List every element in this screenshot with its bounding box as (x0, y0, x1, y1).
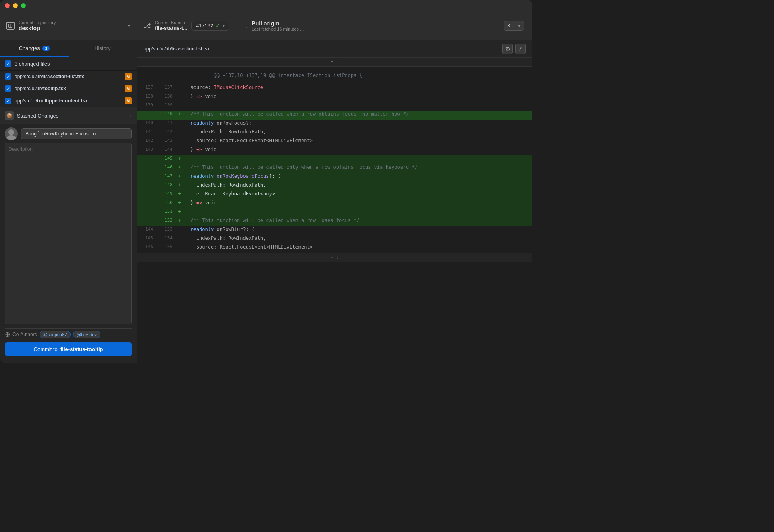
file-name-1: app/src/ui/lib/list/section-list.tsx (15, 74, 121, 79)
diff-line-140-141: 140 141 readonly onRowFocus?: ( (137, 120, 532, 129)
repo-name: desktop (19, 25, 124, 31)
diff-line-new-148: 148 + indexPath: RowIndexPath, (137, 182, 532, 191)
repo-selector[interactable]: Current Repository desktop ▾ (0, 11, 137, 40)
diff-line-new-140: 140 + /** This function will be called w… (137, 111, 532, 120)
pull-badge[interactable]: 3 ↓ ▾ (504, 21, 524, 31)
repo-icon (6, 22, 15, 30)
diff-header-actions: ⚙ ⤢ (502, 44, 526, 54)
coauthors-row: ⊕ Co-Authors @sergiou87 @tidy-dev (5, 328, 132, 340)
commit-button-prefix: Commit to (34, 346, 58, 352)
coauthors-label: Co-Authors (12, 332, 37, 337)
commit-button-branch: file-status-tooltip (60, 346, 103, 352)
diff-line-141-142: 141 142 indexPath: RowIndexPath, (137, 129, 532, 137)
pull-title: Pull origin (252, 20, 304, 27)
diff-separator-bottom: ⋯ ↓ (137, 253, 532, 262)
changed-count: 3 changed files (15, 61, 50, 67)
svg-point-2 (8, 129, 14, 135)
commit-description-area[interactable]: Description (5, 143, 132, 324)
pull-count: 3 (507, 23, 510, 29)
coauthor-chip-1[interactable]: @sergiou87 (40, 331, 71, 338)
file-name-3: app/src/.../tooltipped-content.tsx (15, 98, 121, 104)
tab-history-label: History (94, 45, 110, 51)
diff-hunk-header: @@ -137,10 +137,19 @@ interface ISection… (137, 66, 532, 84)
diff-line-139: 139 139 (137, 102, 532, 111)
description-placeholder: Description (8, 146, 33, 152)
diff-line-new-152: 152 + /** This function will be called w… (137, 217, 532, 226)
diff-line-new-146: 146 + /** This function will be called o… (137, 164, 532, 173)
diff-header: app/src/ui/lib/list/section-list.tsx ⚙ ⤢ (137, 40, 532, 57)
main-layout: Changes 3 History ✓ 3 changed files ✓ ap… (0, 40, 532, 363)
diff-line-145-154: 145 154 indexPath: RowIndexPath, (137, 235, 532, 244)
file-item-section-list[interactable]: ✓ app/src/ui/lib/list/section-list.tsx M (0, 71, 137, 83)
svg-point-3 (6, 135, 16, 140)
pull-down-icon: ↓ (244, 22, 248, 29)
maximize-button[interactable] (21, 3, 26, 8)
check-icon: ✓ (6, 61, 10, 66)
commit-avatar (5, 127, 18, 140)
diff-settings-button[interactable]: ⚙ (502, 44, 513, 54)
stash-label: Stashed Changes (17, 113, 127, 119)
file-checkbox-2[interactable]: ✓ (5, 85, 11, 92)
diff-line-138: 138 138 ) => void (137, 93, 532, 102)
commit-summary-row (5, 127, 132, 140)
file-item-tooltip[interactable]: ✓ app/src/ui/lib/tooltip.tsx M (0, 83, 137, 95)
check-icon: ✓ (6, 86, 10, 91)
check-icon: ✓ (6, 98, 10, 104)
diff-content: ↑ ⋯ @@ -137,10 +137,19 @@ interface ISec… (137, 57, 532, 363)
stash-chevron-icon: › (130, 112, 132, 119)
diff-line-new-147: 147 + readonly onRowKeyboardFocus?: ( (137, 173, 532, 182)
select-all-checkbox[interactable]: ✓ (5, 60, 11, 67)
file-checkbox-1[interactable]: ✓ (5, 73, 11, 80)
repo-label: Current Repository (19, 20, 124, 25)
separator-dots-top: ↑ ⋯ (331, 59, 339, 64)
diff-line-142-143: 142 143 source: React.FocusEvent<HTMLDiv… (137, 137, 532, 146)
commit-summary-input[interactable] (21, 128, 132, 139)
titlebar (0, 0, 532, 11)
file-list: ✓ app/src/ui/lib/list/section-list.tsx M… (0, 71, 137, 107)
diff-expand-button[interactable]: ⤢ (515, 44, 526, 54)
branch-name: file-status-t... (155, 25, 187, 31)
coauthor-chip-2[interactable]: @tidy-dev (73, 331, 100, 338)
pull-subtitle: Last fetched 16 minutes ... (252, 27, 304, 31)
pull-badge-down-icon: ↓ (512, 23, 514, 29)
file-checkbox-3[interactable]: ✓ (5, 98, 11, 104)
tab-changes-badge: 3 (42, 46, 50, 51)
diff-line-137: 137 137 source: IMouseClickSource (137, 84, 532, 93)
hunk-header-text: @@ -137,10 +137,19 @@ interface ISection… (214, 73, 362, 78)
file-status-3: M (125, 97, 132, 104)
check-icon: ✓ (216, 23, 220, 29)
repo-info: Current Repository desktop (19, 20, 124, 31)
stashed-changes-header[interactable]: 📦 Stashed Changes › (0, 107, 137, 124)
diff-separator-top: ↑ ⋯ (137, 57, 532, 66)
diff-line-new-150: 150 + ) => void (137, 200, 532, 208)
changed-files-header: ✓ 3 changed files (0, 57, 137, 71)
diff-line-146-155: 146 155 source: React.FocusEvent<HTMLDiv… (137, 244, 532, 253)
pull-section[interactable]: ↓ Pull origin Last fetched 16 minutes ..… (236, 11, 532, 40)
close-button[interactable] (5, 3, 10, 8)
diff-line-new-151: 151 + (137, 208, 532, 217)
tab-changes[interactable]: Changes 3 (0, 40, 69, 57)
diff-line-144-153: 144 153 readonly onRowBlur?: ( (137, 226, 532, 235)
tab-changes-label: Changes (19, 45, 40, 51)
minimize-button[interactable] (13, 3, 18, 8)
tab-history[interactable]: History (69, 40, 137, 57)
pull-info: Pull origin Last fetched 16 minutes ... (252, 20, 304, 31)
sidebar-tabs: Changes 3 History (0, 40, 137, 57)
add-coauthor-button[interactable]: ⊕ (5, 330, 10, 338)
stash-icon: 📦 (5, 111, 14, 120)
file-item-tooltipped[interactable]: ✓ app/src/.../tooltipped-content.tsx M (0, 95, 137, 107)
commit-area: Description ⊕ Co-Authors @sergiou87 @tid… (0, 124, 137, 363)
check-icon: ✓ (6, 74, 10, 79)
app-header: Current Repository desktop ▾ ⎇ Current B… (0, 11, 532, 40)
branch-selector[interactable]: ⎇ Current Branch file-status-t... #17192… (137, 11, 236, 40)
branch-badge-chevron-icon: ▾ (223, 23, 225, 28)
diff-file-path: app/src/ui/lib/list/section-list.tsx (144, 46, 210, 52)
commit-button[interactable]: Commit to file-status-tooltip (5, 342, 132, 356)
file-name-2: app/src/ui/lib/tooltip.tsx (15, 86, 121, 91)
branch-info: Current Branch file-status-t... (155, 20, 187, 31)
branch-badge[interactable]: #17192 ✓ ▾ (191, 21, 229, 31)
branch-badge-number: #17192 (196, 23, 213, 29)
stashed-changes-section: 📦 Stashed Changes › (0, 107, 137, 124)
file-status-2: M (125, 85, 132, 92)
separator-dots-bottom: ⋯ ↓ (331, 255, 339, 260)
